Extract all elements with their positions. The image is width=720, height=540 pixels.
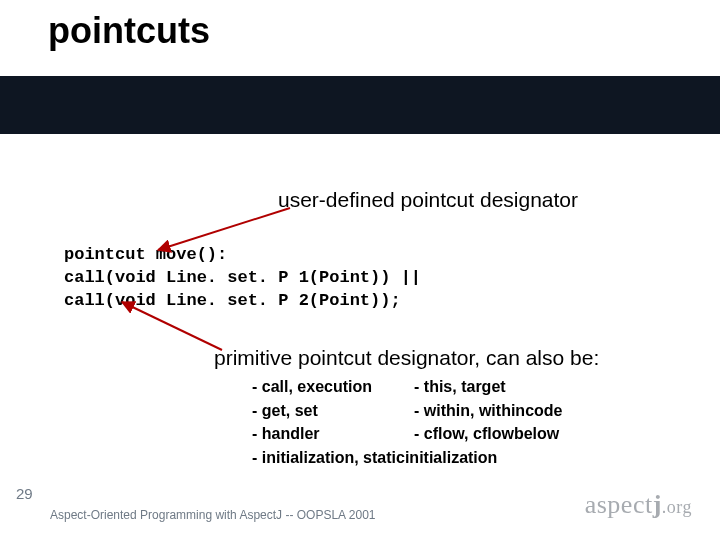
bullet-get-set: - get, set [252, 400, 412, 422]
bullet-initialization: - initialization, staticinitialization [252, 447, 602, 469]
aspectj-logo: aspectj.org [585, 490, 692, 520]
code-line-3a: call( [64, 291, 115, 310]
bullet-within: - within, withincode [414, 400, 602, 422]
bullet-handler: - handler [252, 423, 412, 445]
keyword-pointcut: pointcut [64, 245, 146, 264]
title-bar: pointcuts [0, 0, 720, 76]
title-underline-band [0, 76, 720, 134]
code-line-2b: Line. set. P 1(Point)) || [156, 268, 421, 287]
logo-j: j [653, 490, 662, 519]
designator-bullets: - call, execution - this, target - get, … [250, 374, 604, 470]
logo-aspect: aspect [585, 490, 653, 519]
bullet-call-execution: - call, execution [252, 376, 412, 398]
bullet-this-target: - this, target [414, 376, 602, 398]
label-primitive: primitive pointcut designator, can also … [214, 346, 599, 370]
code-line-3: call(void Line. set. P 2(Point)); [64, 290, 421, 313]
bullets-table: - call, execution - this, target - get, … [250, 374, 604, 470]
code-line-1-rest: move(): [146, 245, 228, 264]
logo-org: .org [662, 497, 692, 517]
code-line-3b: Line. set. P 2(Point)); [156, 291, 401, 310]
label-user-defined: user-defined pointcut designator [278, 188, 578, 212]
page-number: 29 [16, 485, 33, 502]
code-line-2a: call( [64, 268, 115, 287]
footer-text: Aspect-Oriented Programming with AspectJ… [50, 508, 375, 522]
code-block: pointcut move(): call(void Line. set. P … [64, 244, 421, 313]
code-line-1: pointcut move(): [64, 244, 421, 267]
code-line-2: call(void Line. set. P 1(Point)) || [64, 267, 421, 290]
keyword-void-1: void [115, 268, 156, 287]
keyword-void-2: void [115, 291, 156, 310]
bullet-cflow: - cflow, cflowbelow [414, 423, 602, 445]
slide-title: pointcuts [48, 10, 210, 52]
slide: pointcuts user-defined pointcut designat… [0, 0, 720, 540]
